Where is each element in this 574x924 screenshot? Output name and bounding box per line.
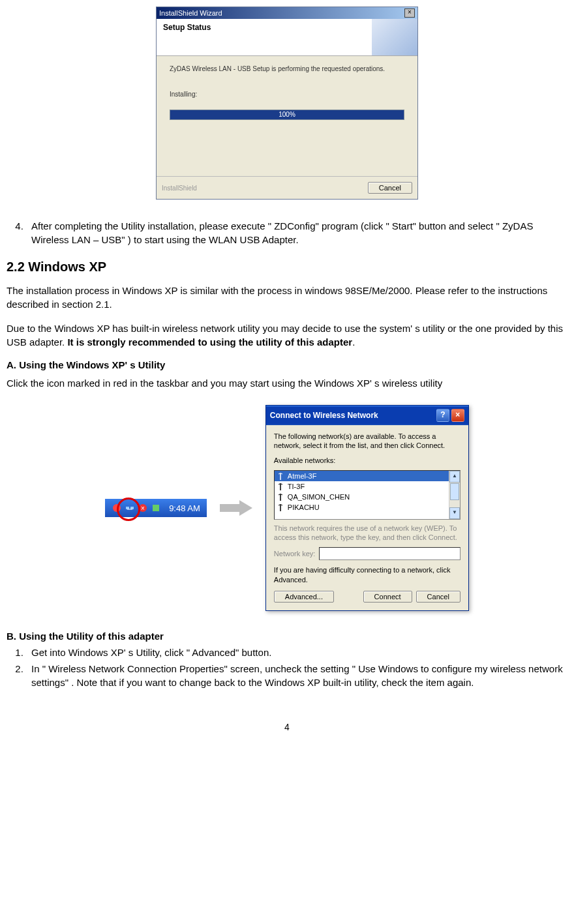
list-item[interactable]: QA_SIMON_CHEN — [275, 492, 449, 502]
red-circle-annotation — [117, 498, 140, 521]
difficulty-text: If you are having difficulty connecting … — [274, 565, 461, 584]
svg-marker-7 — [220, 500, 252, 516]
close-icon[interactable]: × — [451, 409, 464, 422]
footer-brand: InstallShield — [162, 182, 197, 192]
tray-icon-4 — [151, 503, 161, 513]
step-4-text: After completing the Utility installatio… — [26, 219, 567, 246]
svg-text:×: × — [141, 505, 145, 512]
wizard-header: Setup Status — [157, 19, 417, 56]
available-networks-label: Available networks: — [274, 456, 461, 465]
connect-button[interactable]: Connect — [363, 591, 412, 603]
cancel-button[interactable]: Cancel — [368, 182, 412, 194]
network-key-label: Network key: — [274, 550, 316, 558]
taskbar-clock: 9:48 AM — [169, 503, 200, 513]
sub-a-heading: A. Using the Windows XP' s Utility — [7, 359, 567, 370]
list-item[interactable]: Atmel-3F — [275, 471, 449, 481]
network-name: TI-3F — [288, 483, 305, 490]
network-key-input[interactable] — [319, 547, 460, 560]
arrow-icon — [220, 500, 252, 516]
network-listbox[interactable]: Atmel-3F TI-3F QA_SIMON_CHEN PIKACHU — [274, 470, 461, 520]
installing-label: Installing: — [170, 91, 404, 98]
wizard-header-graphic — [372, 19, 417, 55]
paragraph-1: The installation process in Windows XP i… — [7, 284, 567, 311]
sub-b-item-2: In " Wireless Network Connection Propert… — [26, 662, 567, 689]
installshield-wizard-figure: InstallShield Wizard × Setup Status ZyDA… — [156, 7, 418, 200]
para2-post: . — [352, 336, 355, 348]
sub-a-text: Click the icon marked in red in the task… — [7, 374, 567, 392]
sub-b-list: Get into Windows XP' s Utility, click " … — [7, 646, 567, 689]
wep-note: This network requires the use of a netwo… — [274, 524, 461, 543]
wizard-message: ZyDAS Wireless LAN - USB Setup is perfor… — [170, 65, 404, 72]
scroll-thumb[interactable] — [450, 483, 459, 500]
connect-wireless-dialog: Connect to Wireless Network ? × The foll… — [265, 405, 469, 611]
advanced-button[interactable]: Advanced... — [274, 591, 334, 603]
network-name: QA_SIMON_CHEN — [288, 493, 350, 501]
antenna-icon — [277, 493, 284, 501]
dialog-titlebar: Connect to Wireless Network ? × — [266, 406, 468, 425]
page-number: 4 — [7, 722, 567, 732]
progress-bar: 100% — [170, 110, 404, 120]
dialog-title: Connect to Wireless Network — [270, 411, 378, 420]
progress-fill: 100% — [170, 110, 404, 119]
antenna-icon — [277, 472, 284, 480]
close-icon[interactable]: × — [404, 8, 415, 18]
sub-b-heading: B. Using the Utility of this adapter — [7, 631, 567, 642]
list-item[interactable]: PIKACHU — [275, 502, 449, 513]
list-item[interactable]: TI-3F — [275, 481, 449, 492]
taskbar-tray: × 9:48 AM — [105, 499, 207, 517]
network-name: PIKACHU — [288, 503, 320, 511]
figure-row: × 9:48 AM Connect to Wireless Network ? … — [7, 405, 567, 611]
sub-b-item-1: Get into Windows XP' s Utility, click " … — [26, 646, 567, 659]
wizard-title-text: InstallShield Wizard — [159, 9, 222, 17]
wizard-body: ZyDAS Wireless LAN - USB Setup is perfor… — [157, 56, 417, 176]
scrollbar[interactable]: ▲ ▼ — [449, 471, 460, 519]
svg-rect-6 — [153, 505, 159, 511]
scroll-up-icon[interactable]: ▲ — [449, 471, 460, 483]
dialog-body: The following network(s) are available. … — [266, 425, 468, 610]
wizard-footer: InstallShield Cancel — [157, 176, 417, 199]
antenna-icon — [277, 503, 284, 511]
network-name: Atmel-3F — [288, 472, 317, 480]
help-icon[interactable]: ? — [436, 409, 449, 422]
para2-bold: It is strongly recommended to using the … — [67, 336, 352, 348]
wizard-titlebar: InstallShield Wizard × — [157, 7, 417, 19]
scroll-down-icon[interactable]: ▼ — [449, 507, 460, 519]
paragraph-2: Due to the Windows XP has built-in wirel… — [7, 321, 567, 349]
dialog-intro: The following network(s) are available. … — [274, 432, 461, 451]
step-list: After completing the Utility installatio… — [7, 219, 567, 246]
section-heading: 2.2 Windows XP — [7, 260, 567, 275]
cancel-button[interactable]: Cancel — [416, 591, 461, 603]
antenna-icon — [277, 483, 284, 490]
